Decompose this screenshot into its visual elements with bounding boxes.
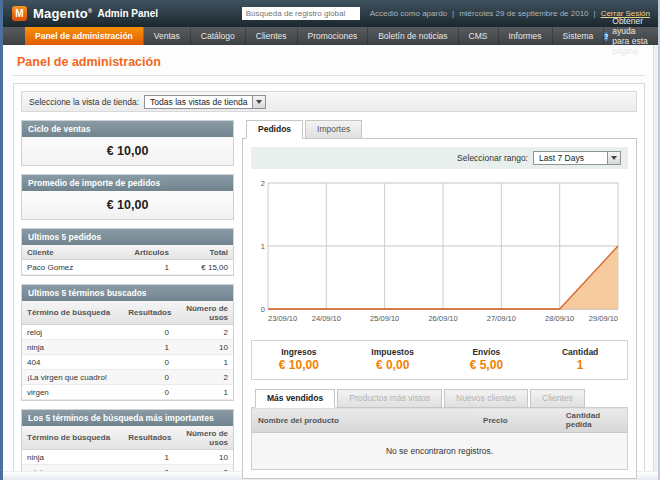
content-area: Panel de administración Seleccione la vi… [3,45,658,480]
scrollbar[interactable] [653,45,658,471]
stat-ingresos: Ingresos € 10,00 [252,347,346,372]
magento-logo-icon: M [12,6,27,21]
current-date: miércoles 29 de septiembre de 2010 [459,9,588,18]
top-searched-card: Los 5 términos de búsqueda más important… [21,409,234,480]
range-select[interactable]: Last 7 Days [533,151,621,165]
totals-bar: Ingresos € 10,00 Impuestos € 0,00 Envíos… [251,340,628,380]
nav-item-ventas[interactable]: Ventas [144,27,191,45]
column-header: Precio [477,408,560,433]
page-title: Panel de administración [13,51,645,76]
column-header: Resultados [123,301,174,325]
nav-item-panel[interactable]: Panel de administración [25,27,144,45]
last-searched-table: Término de búsqueda Resultados Número de… [22,301,233,400]
column-header: Término de búsqueda [22,301,123,325]
column-header: Total [174,245,233,260]
empty-message: No se encontraron registros. [252,433,628,470]
chart-tabs: Pedidos Importes [242,120,637,138]
column-header: Número de usos [174,426,233,450]
help-label: Obtener ayuda para esta página [612,16,648,56]
range-label: Seleccionar rango: [457,153,528,163]
table-row[interactable]: ninja110 [22,450,233,465]
average-orders-value: € 10,00 [22,191,233,219]
nav-item-sistema[interactable]: Sistema [553,27,605,45]
stat-envios: Envíos € 5,00 [440,347,534,372]
column-header: Nombre del producto [252,408,478,433]
tab-importes[interactable]: Importes [305,120,362,139]
last-orders-table: Cliente Artículos Total Paco Gomez 1 € 1… [22,245,233,275]
svg-text:24/09/10: 24/09/10 [312,314,341,323]
column-header: Cantidad pedida [560,408,628,433]
tab-clientes[interactable]: Clientes [530,389,585,408]
nav-item-catalogo[interactable]: Catálogo [191,27,246,45]
get-help-link[interactable]: ? Obtener ayuda para esta página [604,27,658,45]
nav-item-cms[interactable]: CMS [459,27,499,45]
tab-pedidos[interactable]: Pedidos [246,120,303,139]
average-orders-card: Promedio de importe de pedidos € 10,00 [21,174,234,220]
lifetime-sales-card: Ciclo de ventas € 10,00 [21,120,234,166]
column-header: Número de usos [174,301,233,325]
card-title: Ultimos 5 términos buscados [22,285,233,301]
column-header: Término de búsqueda [22,426,123,450]
tab-mas-vendidos[interactable]: Más vendidos [255,389,335,408]
card-title: Ultimos 5 pedidos [22,229,233,245]
registered-mark: ® [88,8,93,14]
stat-impuestos: Impuestos € 0,00 [346,347,440,372]
column-header: Resultados [123,426,174,450]
store-view-select[interactable]: Todas las vistas de tienda [144,95,266,109]
empty-row: No se encontraron registros. [252,433,628,470]
card-title: Ciclo de ventas [22,121,233,137]
svg-text:2: 2 [261,179,265,188]
orders-tab-panel: Seleccionar rango: Last 7 Days 01223/09/… [242,138,637,479]
logged-in-text: Accedió como apardo [370,9,447,18]
orders-chart: 01223/09/1024/09/1025/09/1026/09/1027/09… [251,176,628,332]
global-search-input[interactable] [242,7,360,20]
chevron-down-icon [252,96,265,108]
chevron-down-icon [607,152,620,164]
svg-text:29/09/10: 29/09/10 [589,314,618,323]
table-row[interactable]: ninja110 [22,340,233,355]
store-view-label: Seleccione la vista de tienda: [29,97,139,107]
lifetime-sales-value: € 10,00 [22,137,233,165]
header: M Magento® Admin Panel Accedió como apar… [3,0,658,27]
store-view-bar: Seleccione la vista de tienda: Todas las… [21,91,637,112]
help-icon: ? [604,32,608,41]
tab-productos-mas-vistos[interactable]: Productos más vistos [337,389,442,408]
svg-text:27/09/10: 27/09/10 [487,314,516,323]
svg-text:25/09/10: 25/09/10 [370,314,399,323]
table-row[interactable]: reloj02 [22,325,233,340]
card-title: Los 5 términos de búsqueda más important… [22,410,233,426]
header-user-info: Accedió como apardo | miércoles 29 de se… [370,9,650,18]
dashboard-panel: Seleccione la vista de tienda: Todas las… [13,83,645,480]
last-searched-card: Ultimos 5 términos buscados Término de b… [21,284,234,401]
nav-item-promociones[interactable]: Promociones [298,27,369,45]
svg-text:23/09/10: 23/09/10 [268,314,297,323]
table-row[interactable]: Paco Gomez 1 € 15,00 [22,260,233,275]
main-nav: Panel de administración Ventas Catálogo … [3,27,658,45]
left-column: Ciclo de ventas € 10,00 Promedio de impo… [21,120,234,480]
brand-suffix: Admin Panel [97,8,158,19]
nav-item-clientes[interactable]: Clientes [246,27,298,45]
column-header: Artículos [123,245,174,260]
svg-text:0: 0 [261,305,265,314]
column-header: Cliente [22,245,123,260]
nav-item-boletin[interactable]: Boletín de noticias [368,27,458,45]
right-column: Pedidos Importes Seleccionar rango: Last… [242,120,637,479]
table-row[interactable]: ¡La virgen que cuadro!02 [22,370,233,385]
separator: | [594,9,596,18]
separator: | [452,9,454,18]
brand-name: Magento® [33,6,92,21]
bottom-tabs: Más vendidos Productos más vistos Nuevos… [251,389,628,407]
window-frame: M Magento® Admin Panel Accedió como apar… [0,0,660,480]
nav-item-informes[interactable]: Informes [499,27,553,45]
card-title: Promedio de importe de pedidos [22,175,233,191]
logo-letter: M [15,8,23,19]
svg-text:1: 1 [261,242,265,251]
svg-text:28/09/10: 28/09/10 [545,314,574,323]
orders-chart-svg: 01223/09/1024/09/1025/09/1026/09/1027/09… [251,176,623,328]
table-row[interactable]: virgen01 [22,385,233,400]
range-bar: Seleccionar rango: Last 7 Days [251,147,628,169]
stat-cantidad: Cantidad 1 [533,347,627,372]
table-row[interactable]: 40401 [22,355,233,370]
svg-text:26/09/10: 26/09/10 [428,314,457,323]
tab-nuevos-clientes[interactable]: Nuevos clientes [444,389,528,408]
